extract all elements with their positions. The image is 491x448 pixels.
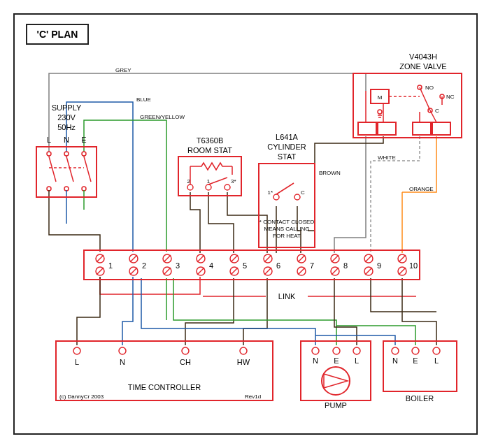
boiler-pin-N: N (392, 356, 398, 365)
title: 'C' PLAN (37, 29, 78, 40)
svg-rect-41 (432, 122, 450, 135)
svg-point-92 (240, 347, 247, 354)
cylstat-label2: STAT (278, 152, 297, 161)
cylstat-pin-1: 1* (267, 189, 273, 196)
roomstat-label: ROOM STAT (187, 146, 232, 154)
svg-point-91 (182, 347, 189, 354)
cylstat-note3: FOR HEAT (273, 233, 301, 239)
supply-pin-E: E (81, 136, 86, 144)
svg-point-9 (64, 152, 69, 156)
svg-line-4 (84, 157, 91, 182)
roomstat-model: T6360B (197, 136, 224, 145)
svg-point-21 (187, 185, 193, 190)
svg-point-95 (333, 347, 340, 354)
jt-9: 9 (377, 261, 381, 270)
jt-3: 3 (176, 261, 180, 270)
time-label: TIME CONTROLLER (128, 383, 201, 391)
valve-model: V4043H (409, 52, 437, 61)
svg-rect-38 (358, 122, 376, 135)
junction-terminals: 1 2 3 4 5 6 7 (96, 254, 418, 275)
jt-7: 7 (310, 261, 314, 270)
valve-nc: NC (446, 94, 455, 100)
wire-label-white: WHITE (378, 154, 396, 161)
pump-pin-N: N (313, 356, 318, 365)
svg-point-100 (412, 347, 419, 354)
valve-m: M (378, 94, 383, 101)
svg-point-90 (119, 347, 126, 354)
supply-label: SUPPLY (52, 103, 82, 112)
supply-pin-N: N (64, 136, 69, 144)
time-pin-L: L (75, 358, 79, 366)
jt-1: 1 (108, 261, 113, 270)
svg-point-89 (73, 347, 80, 354)
jt-4: 4 (209, 261, 213, 270)
valve-c: C (435, 108, 439, 114)
svg-point-35 (378, 110, 382, 114)
valve-no: NO (425, 85, 434, 91)
svg-rect-0 (14, 14, 477, 434)
jt-6: 6 (276, 261, 280, 270)
svg-point-27 (294, 194, 300, 200)
cylstat-pin-C: C (301, 189, 305, 196)
svg-rect-39 (378, 122, 396, 135)
roomstat-pin-1: 1 (207, 178, 211, 185)
supply-voltage: 230V (57, 113, 76, 122)
svg-point-10 (82, 152, 86, 156)
wire-label-brown: BROWN (319, 170, 341, 176)
svg-point-8 (47, 152, 51, 156)
link-label: LINK (278, 292, 296, 301)
pump-pin-E: E (334, 356, 339, 365)
roomstat-pin-3: 3* (231, 178, 236, 185)
supply-pin-L: L (47, 136, 51, 144)
jt-10: 10 (409, 261, 418, 270)
cylstat-model: L641A (276, 133, 298, 141)
svg-point-101 (433, 347, 440, 354)
cylstat-note1: * CONTACT CLOSED (259, 219, 315, 225)
time-pin-HW: HW (237, 358, 250, 366)
jt-5: 5 (243, 261, 247, 270)
boiler-pin-L: L (434, 356, 439, 365)
valve-label: ZONE VALVE (399, 62, 446, 71)
boiler-label: BOILER (406, 394, 434, 403)
svg-point-96 (353, 347, 360, 354)
supply-freq: 50Hz (57, 123, 76, 131)
wiring-diagram: 'C' PLAN GREY BLUE GREEN/YELLOW BROWN WH… (0, 0, 491, 448)
svg-point-97 (322, 367, 350, 395)
svg-point-22 (206, 185, 211, 190)
svg-point-99 (392, 347, 399, 354)
svg-point-94 (312, 347, 319, 354)
svg-point-23 (225, 185, 230, 190)
wire-label-gy: GREEN/YELLOW (140, 114, 185, 120)
pump-label: PUMP (325, 401, 347, 410)
time-pin-N: N (120, 358, 125, 366)
svg-point-26 (273, 194, 279, 200)
time-rev: Rev1d (245, 393, 261, 400)
roomstat-pin-2: 2 (187, 178, 191, 185)
svg-rect-40 (413, 122, 431, 135)
pump-pin-L: L (355, 356, 359, 365)
svg-rect-28 (353, 73, 462, 138)
wire-label-orange: ORANGE (409, 186, 434, 192)
jt-8: 8 (343, 261, 348, 270)
cylstat-label1: CYLINDER (267, 143, 306, 151)
time-pin-CH: CH (180, 358, 191, 366)
svg-line-25 (276, 183, 294, 194)
boiler-pin-E: E (413, 356, 418, 365)
svg-line-2 (49, 157, 56, 182)
time-copyright: (c) DannyCr 2003 (59, 393, 104, 400)
wire-label-blue: BLUE (136, 96, 151, 103)
jt-2: 2 (142, 261, 146, 270)
svg-line-20 (208, 178, 227, 185)
svg-line-3 (66, 157, 73, 182)
wire-label-grey: GREY (115, 67, 131, 73)
cylstat-note2: MEANS CALLING (264, 226, 310, 232)
